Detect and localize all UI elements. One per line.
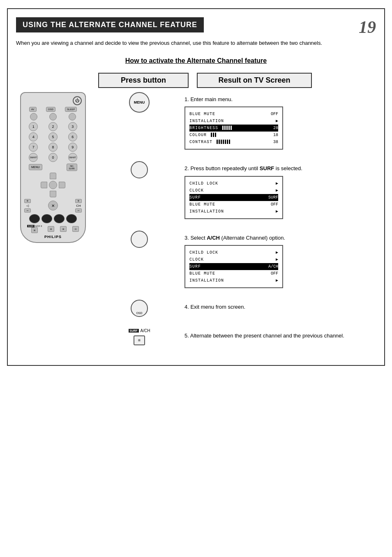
big-btns-row — [24, 214, 82, 223]
menu-btn-remote[interactable]: MENU — [29, 164, 42, 170]
screen3-label2: CLOCK — [189, 256, 204, 263]
num-0[interactable]: 0 — [48, 153, 58, 162]
num-3[interactable]: 3 — [68, 122, 77, 131]
smart-right[interactable]: SMART — [68, 153, 77, 162]
screen2-val4: OFF — [271, 201, 278, 208]
step-5-rect-button[interactable]: ⊞ — [134, 335, 145, 345]
step-3-oval-button[interactable] — [131, 231, 148, 248]
main-layout: ⏻ AV OSD SLEEP 1 2 3 4 5 — [16, 92, 376, 357]
step-1-menu-button[interactable]: MENU — [129, 92, 150, 113]
square-btn-2[interactable]: ⊞ — [48, 226, 54, 232]
num-8[interactable]: 8 — [48, 143, 58, 152]
sleep-circle[interactable] — [69, 113, 76, 120]
big-oval-4[interactable] — [66, 214, 77, 223]
num-7[interactable]: 7 — [29, 143, 38, 152]
vol-up[interactable]: + — [24, 199, 31, 203]
screen1-label3: BRIGHTNESS ▐▐▐▐▐ — [189, 125, 231, 132]
page-number: 19 — [359, 17, 376, 37]
step-4-text: 4. Exit menu from screen. — [184, 300, 376, 311]
vol-control: + ◁ − — [24, 199, 31, 213]
sleep-button[interactable]: SLEEP — [65, 107, 77, 112]
intro-text: When you are viewing a channel and decid… — [16, 39, 376, 47]
screen3-label4: BLUE MUTE — [189, 270, 215, 277]
num-1[interactable]: 1 — [29, 122, 38, 131]
screen1-val3: 28 — [273, 125, 278, 132]
big-oval-3[interactable] — [54, 214, 65, 223]
big-oval-1[interactable] — [29, 214, 40, 223]
nav-down[interactable] — [50, 191, 56, 197]
nav-up[interactable] — [50, 173, 56, 179]
step-2-screen: CHILD LOCK ▶ CLOCK ▶ SURF SURF BLUE MU — [184, 176, 283, 219]
surf-ach-group: SURF A/CH II ⊞ — [27, 225, 42, 233]
screen1-row3: BRIGHTNESS ▐▐▐▐▐ 28 — [189, 125, 278, 132]
nav-right[interactable] — [59, 182, 65, 188]
surf-ach-labels: SURF A/CH II — [27, 225, 42, 227]
mute-button[interactable]: ✕ — [48, 201, 58, 210]
step-3-screen: CHILD LOCK ▶ CLOCK ▶ SURF A/CH BLUE MU — [184, 245, 283, 288]
ch-down[interactable]: − — [75, 208, 82, 213]
screen1-val5: 38 — [273, 139, 278, 146]
screen1-row4: COLOUR ▐▐▐ 18 — [189, 132, 278, 139]
power-button[interactable]: ⏻ — [73, 96, 82, 105]
osd-circle[interactable] — [49, 113, 57, 120]
screen2-val3: SURF — [268, 194, 278, 201]
vol-down[interactable]: − — [24, 208, 31, 213]
step-1-result: 1. Enter main menu. BLUE MUTE OFF INSTAL… — [184, 92, 376, 150]
av-circle[interactable] — [30, 113, 37, 120]
step-3-result: 3. Select A/CH (Alternate Channel) optio… — [184, 231, 376, 289]
square-btn-4[interactable]: ⊡ — [72, 226, 79, 232]
screen2-arrow5: ▶ — [276, 208, 278, 215]
screen2-row4: BLUE MUTE OFF — [189, 201, 278, 208]
step-2-result: 2. Press button repeatedly until SURF is… — [184, 161, 376, 219]
screen3-val4: OFF — [271, 270, 278, 277]
ach-text: A/CH — [141, 328, 150, 333]
steps-area: MENU 1. Enter main menu. BLUE MUTE OFF I… — [94, 92, 376, 357]
num-5[interactable]: 5 — [48, 132, 58, 141]
step-4-osd-button[interactable]: OSD — [131, 300, 148, 317]
step-4-result: 4. Exit menu from screen. — [184, 300, 376, 311]
screen3-arrow1: ▶ — [276, 249, 278, 256]
num-2[interactable]: 2 — [48, 122, 58, 131]
screen2-label1: CHILD LOCK — [189, 180, 218, 187]
press-button-header: Press button — [98, 73, 189, 88]
surf-ach-btn[interactable]: ⊞ — [31, 227, 38, 233]
num-9[interactable]: 9 — [68, 143, 77, 152]
screen3-row2: CLOCK ▶ — [189, 256, 278, 263]
step-2-oval-button[interactable] — [131, 161, 148, 178]
screen2-row1: CHILD LOCK ▶ — [189, 180, 278, 187]
av-button[interactable]: AV — [29, 107, 37, 112]
screen2-label4: BLUE MUTE — [189, 201, 215, 208]
step-2-row: 2. Press button repeatedly until SURF is… — [94, 161, 376, 219]
osd-button-remote[interactable]: OSD — [46, 107, 55, 112]
step-5-buttons: SURF A/CH ⊞ — [129, 328, 150, 345]
screen1-val1: OFF — [271, 111, 278, 118]
step-2-text: 2. Press button repeatedly until SURF is… — [184, 161, 376, 173]
screen3-arrow2: ▶ — [276, 256, 278, 263]
screen3-row4: BLUE MUTE OFF — [189, 270, 278, 277]
menu-row: MENU INC.SURR. — [24, 164, 82, 171]
step-1-button-area: MENU — [94, 92, 184, 113]
step-4-button-area: OSD — [94, 300, 184, 317]
screen2-label3: SURF — [189, 194, 201, 201]
smart-left[interactable]: SMART — [29, 153, 38, 162]
columns-header: Press button Result on TV Screen — [98, 73, 376, 88]
ach-label-small: A/CH — [35, 225, 40, 227]
screen3-label3: SURF — [189, 263, 201, 270]
ch-up[interactable]: + — [75, 199, 82, 203]
square-btn-3[interactable]: ⊞ — [60, 226, 67, 232]
ch-control: + CH − — [75, 199, 82, 213]
screen2-row2: CLOCK ▶ — [189, 187, 278, 194]
brand-label: PHILIPS — [24, 235, 82, 239]
page-container: Using the Alternate Channel Feature 19 W… — [7, 8, 385, 366]
num-4[interactable]: 4 — [29, 132, 38, 141]
screen1-label2: INSTALLATION — [189, 118, 224, 125]
page-header: Using the Alternate Channel Feature — [16, 17, 204, 32]
big-oval-2[interactable] — [42, 214, 52, 223]
num-6[interactable]: 6 — [68, 132, 77, 141]
step-1-row: MENU 1. Enter main menu. BLUE MUTE OFF I… — [94, 92, 376, 150]
inc-surr-btn[interactable]: INC.SURR. — [67, 164, 77, 171]
nav-center[interactable] — [49, 181, 57, 189]
nav-left[interactable] — [41, 182, 47, 188]
step-5-text: 5. Alternate between the present channel… — [184, 328, 376, 340]
bottom-row: SURF A/CH II ⊞ ⊞ ⊞ ⊡ — [24, 225, 82, 233]
